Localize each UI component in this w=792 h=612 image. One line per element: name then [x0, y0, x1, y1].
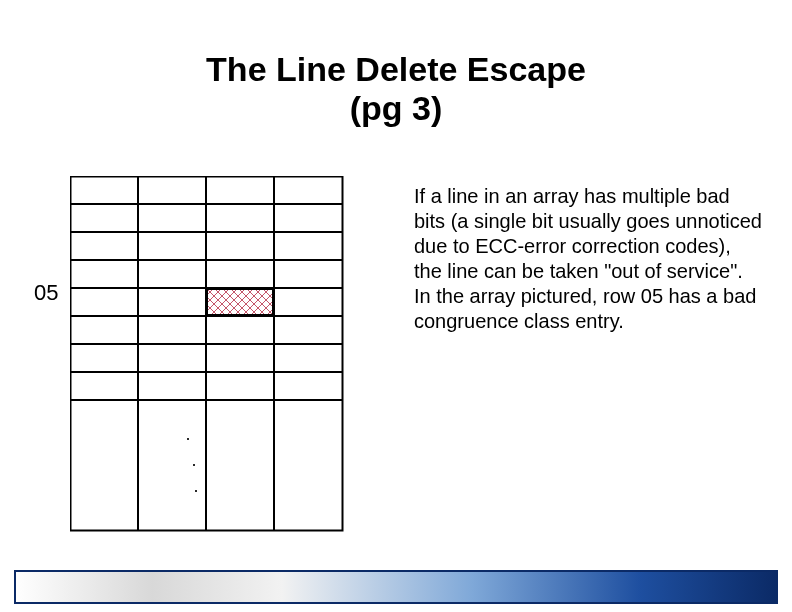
bad-cell: [207, 289, 273, 315]
description-p2: In the array pictured, row 05 has a bad …: [414, 285, 756, 332]
title-line-2: (pg 3): [350, 89, 443, 127]
ellipsis-dot-2: .: [191, 450, 196, 470]
ellipsis-dot-1: .: [185, 424, 190, 444]
page-title: The Line Delete Escape (pg 3): [0, 50, 792, 128]
title-line-1: The Line Delete Escape: [206, 50, 586, 88]
row-05-label: 05: [34, 280, 58, 306]
ellipsis-dot-3: .: [193, 476, 198, 496]
array-diagram: . . .: [70, 176, 370, 556]
slide: The Line Delete Escape (pg 3) 05 . .: [0, 0, 792, 612]
description-p1: If a line in an array has multiple bad b…: [414, 185, 762, 282]
description-text: If a line in an array has multiple bad b…: [414, 184, 764, 334]
svg-rect-13: [15, 571, 777, 603]
footer-gradient-bar: [14, 570, 778, 604]
